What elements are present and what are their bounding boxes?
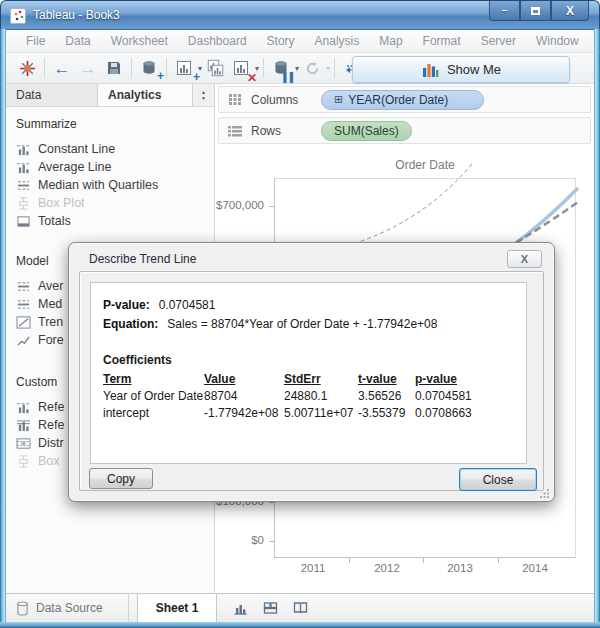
menu-format[interactable]: Format: [413, 30, 471, 53]
plus-badge-icon: +: [193, 71, 200, 83]
average-line-icon: [16, 161, 31, 174]
window-frame-right: [594, 29, 600, 628]
window-title: Tableau - Book3: [33, 8, 120, 22]
x-axis-tick: [423, 558, 424, 563]
analytics-item-constant-line[interactable]: Constant Line: [16, 140, 214, 158]
menu-worksheet[interactable]: Worksheet: [101, 30, 178, 53]
new-story-button[interactable]: [290, 599, 310, 617]
y-axis-tick: [269, 541, 274, 542]
reference-line-icon: [16, 401, 31, 414]
analytics-item-box-plot: Box Plot: [16, 194, 214, 212]
constant-line-icon: [16, 143, 31, 156]
equation-value: Sales = 88704*Year of Order Date + -1.77…: [167, 315, 437, 334]
rows-icon: [227, 124, 243, 138]
coefficients-header-row: Term Value StdErr t-value p-value: [103, 371, 472, 388]
close-icon: X: [521, 253, 528, 265]
box-plot-icon: [16, 455, 31, 468]
rows-shelf[interactable]: Rows SUM(Sales): [218, 117, 591, 144]
section-summarize-title: Summarize: [16, 117, 214, 131]
columns-shelf[interactable]: Columns YEAR(Order Date): [218, 86, 591, 113]
minimize-button[interactable]: –: [489, 1, 520, 21]
menu-map[interactable]: Map: [369, 30, 412, 53]
columns-shelf-label: Columns: [251, 93, 313, 107]
undo-button[interactable]: ←: [50, 56, 74, 80]
tab-data-label: Data: [16, 88, 41, 102]
toolbar-separator: [131, 58, 132, 78]
close-button[interactable]: X: [551, 1, 589, 21]
refresh-button[interactable]: [300, 56, 324, 80]
copy-button[interactable]: Copy: [89, 468, 153, 489]
columns-icon: [227, 93, 243, 107]
menu-window[interactable]: Window: [526, 30, 589, 53]
sheet1-tab[interactable]: Sheet 1: [137, 594, 217, 622]
new-worksheet-tab-button[interactable]: [230, 599, 250, 617]
analytics-item-totals[interactable]: Totals: [16, 212, 214, 230]
clear-sheet-button[interactable]: ✕: [229, 56, 253, 80]
tableau-app-icon: [10, 8, 26, 24]
add-data-source-button[interactable]: +: [137, 56, 161, 80]
dialog-close-button[interactable]: X: [507, 250, 542, 268]
menu-dashboard[interactable]: Dashboard: [178, 30, 257, 53]
menu-file[interactable]: File: [16, 30, 55, 53]
pill-sum-sales[interactable]: SUM(Sales): [321, 121, 412, 141]
highlight-button[interactable]: ▌▌: [269, 56, 293, 80]
table-row: intercept -1.77942e+08 5.00711e+07 -3.55…: [103, 405, 472, 422]
menu-data[interactable]: Data: [55, 30, 100, 53]
show-me-bars-icon: [421, 62, 439, 78]
menu-server[interactable]: Server: [471, 30, 526, 53]
pane-spinner-button[interactable]: ▲ ▼: [193, 84, 214, 106]
p-value-row: P-value: 0.0704581: [103, 296, 514, 315]
y-axis-tick-label: $0: [212, 534, 264, 546]
new-dashboard-button[interactable]: [260, 599, 280, 617]
reference-band-icon: [16, 419, 31, 432]
box-plot-icon: [16, 197, 31, 210]
title-bar[interactable]: Tableau - Book3 – X: [0, 0, 600, 30]
analytics-item-average-line[interactable]: Average Line: [16, 158, 214, 176]
show-me-button[interactable]: Show Me: [352, 56, 570, 83]
save-button[interactable]: [102, 56, 126, 80]
dialog-title: Describe Trend Line: [89, 252, 196, 266]
menu-story[interactable]: Story: [257, 30, 305, 53]
coefficients-title: Coefficients: [103, 351, 514, 369]
analytics-item-median-quartiles[interactable]: Median with Quartiles: [16, 176, 214, 194]
plus-badge-icon: +: [157, 70, 164, 82]
data-source-tab[interactable]: Data Source: [16, 594, 103, 622]
resize-grip[interactable]: [540, 488, 550, 498]
toolbar-separator: [263, 58, 264, 78]
y-axis-tick-label: $700,000: [212, 199, 264, 211]
tableau-window: Tableau - Book3 – X File Data Worksheet …: [0, 0, 600, 628]
table-row: Year of Order Date 88704 24880.1 3.56526…: [103, 388, 472, 405]
x-axis-tick-label: 2013: [432, 562, 488, 574]
tableau-logo-icon[interactable]: [15, 56, 39, 80]
x-axis-tick: [349, 558, 350, 563]
new-worksheet-icon: [232, 600, 249, 616]
duplicate-sheet-button[interactable]: [203, 56, 227, 80]
toolbar-separator: [166, 58, 167, 78]
pill-year-order-date[interactable]: YEAR(Order Date): [321, 90, 484, 110]
describe-trend-line-dialog[interactable]: Describe Trend Line X P-value: 0.0704581…: [68, 242, 555, 502]
tab-analytics-label: Analytics: [108, 88, 161, 102]
forecast-icon: [16, 334, 31, 347]
redo-button[interactable]: →: [76, 56, 100, 80]
pane-tabs: Data Analytics ▲ ▼: [6, 84, 214, 107]
x-axis-tick-label: 2012: [359, 562, 415, 574]
trend-line-icon: [16, 316, 31, 329]
tab-analytics[interactable]: Analytics: [98, 84, 193, 106]
menu-help[interactable]: Help: [589, 30, 594, 53]
statusbar-divider: [128, 594, 129, 622]
dialog-body-panel: P-value: 0.0704581 Equation: Sales = 887…: [79, 271, 544, 491]
distribution-band-icon: [16, 437, 31, 450]
toolbar-separator: [44, 58, 45, 78]
new-worksheet-button[interactable]: +: [172, 56, 196, 80]
totals-icon: [16, 215, 31, 228]
maximize-button[interactable]: [520, 1, 551, 21]
x-axis-tick-label: 2011: [285, 562, 341, 574]
tab-data[interactable]: Data: [6, 84, 98, 106]
coefficients-table: Term Value StdErr t-value p-value Year o…: [103, 371, 472, 422]
quartiles-icon: [16, 280, 31, 293]
new-dashboard-icon: [262, 600, 279, 616]
equation-label: Equation:: [103, 315, 158, 334]
close-dialog-button[interactable]: Close: [459, 468, 537, 491]
menu-analysis[interactable]: Analysis: [305, 30, 370, 53]
refresh-dropdown-icon[interactable]: ▾: [326, 64, 330, 73]
